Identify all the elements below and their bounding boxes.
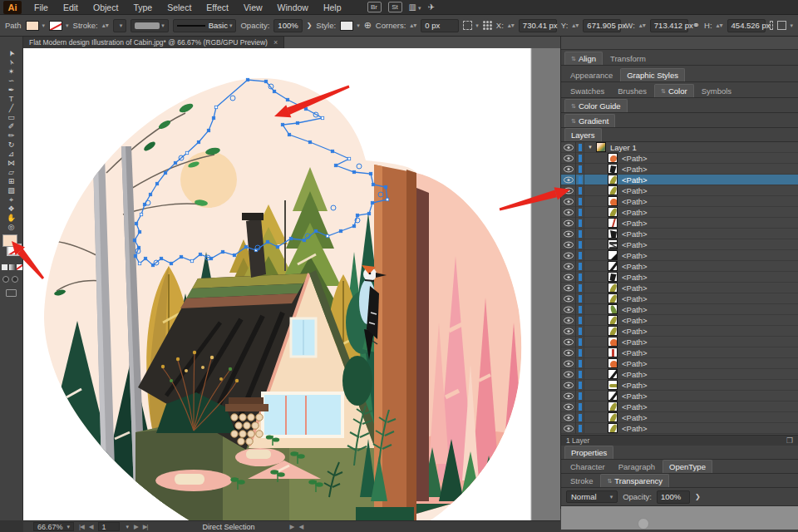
height-input[interactable]: 454.526 px bbox=[727, 19, 766, 32]
path-thumbnail[interactable] bbox=[608, 261, 618, 271]
resize-handle[interactable] bbox=[638, 518, 649, 530]
draw-normal-button[interactable] bbox=[2, 276, 9, 283]
width-profile-select[interactable]: ▾ bbox=[131, 19, 169, 32]
fill-color-swatch[interactable] bbox=[26, 21, 39, 31]
workspace-switcher-icon[interactable]: ▥▾ bbox=[409, 2, 421, 12]
path-label[interactable]: <Path> bbox=[622, 154, 648, 163]
layer-row[interactable]: <Path> bbox=[561, 293, 798, 304]
tool-button[interactable]: ⌖ bbox=[0, 195, 22, 204]
opacity-panel-chevron[interactable]: ❯ bbox=[307, 22, 313, 29]
path-label[interactable]: <Path> bbox=[622, 413, 648, 422]
tool-button[interactable]: ⊞ bbox=[0, 176, 22, 185]
stroke-weight-stepper[interactable]: ▴▾ bbox=[102, 22, 109, 28]
tool-button[interactable]: ➤ bbox=[0, 48, 22, 57]
menu-item[interactable]: File bbox=[27, 1, 56, 14]
tool-button[interactable]: ✋ bbox=[0, 213, 22, 222]
layer-row[interactable]: <Path> bbox=[561, 358, 798, 369]
panel-tab[interactable]: ⇅Color Guide bbox=[564, 99, 628, 112]
y-input[interactable]: 671.905 px bbox=[583, 19, 621, 32]
layer-parent-row[interactable]: ▾ Layer 1 bbox=[561, 142, 798, 153]
corners-stepper[interactable]: ▴▾ bbox=[410, 22, 416, 28]
menu-item[interactable]: Edit bbox=[56, 1, 86, 14]
menu-item[interactable]: Select bbox=[160, 1, 199, 14]
path-label[interactable]: <Path> bbox=[622, 262, 648, 271]
menu-item[interactable]: View bbox=[236, 1, 270, 14]
tool-button[interactable]: ⋈ bbox=[0, 158, 22, 167]
tab-properties[interactable]: Properties bbox=[564, 446, 613, 459]
menu-item[interactable]: Type bbox=[126, 1, 160, 14]
layer-row[interactable]: <Path> bbox=[561, 261, 798, 272]
stroke-weight-select[interactable]: ▾ bbox=[113, 19, 127, 32]
layer-row[interactable]: <Path> bbox=[561, 153, 798, 164]
layer-row[interactable]: <Path> bbox=[561, 239, 798, 250]
layer-row[interactable]: <Path> bbox=[561, 207, 798, 218]
path-label[interactable]: <Path> bbox=[622, 208, 648, 217]
path-label[interactable]: <Path> bbox=[622, 294, 648, 303]
layer-row[interactable]: <Path> bbox=[561, 272, 798, 283]
path-thumbnail[interactable] bbox=[608, 283, 618, 293]
visibility-eye-icon[interactable] bbox=[561, 412, 576, 423]
panel-tab[interactable]: ⇅Swatches bbox=[564, 85, 610, 97]
transparency-chevron[interactable]: ❯ bbox=[695, 493, 701, 500]
tool-button[interactable]: ↻ bbox=[0, 140, 22, 149]
layer-row[interactable]: <Path> bbox=[561, 337, 798, 347]
visibility-eye-icon[interactable] bbox=[561, 380, 576, 391]
layer-row[interactable]: <Path> bbox=[561, 315, 798, 326]
path-thumbnail[interactable] bbox=[608, 185, 618, 195]
visibility-eye-icon[interactable] bbox=[561, 423, 576, 434]
layer-row[interactable]: <Path> bbox=[561, 283, 798, 293]
path-label[interactable]: <Path> bbox=[622, 316, 648, 325]
layer-row[interactable]: <Path> bbox=[561, 412, 798, 423]
path-thumbnail[interactable] bbox=[608, 239, 618, 249]
panel-tab[interactable]: ⇅Transform bbox=[604, 52, 652, 65]
layer-row[interactable]: <Path> bbox=[561, 326, 798, 337]
panel-tab[interactable]: ⇅Transparency bbox=[600, 474, 669, 487]
visibility-eye-icon[interactable] bbox=[561, 239, 576, 250]
opacity-input[interactable]: 100% bbox=[273, 19, 302, 32]
align-options[interactable]: ▾ bbox=[777, 21, 793, 30]
menu-item[interactable]: Help bbox=[316, 1, 349, 14]
menu-item[interactable]: Window bbox=[270, 1, 316, 14]
panel-tab[interactable]: ⇅Gradient bbox=[564, 114, 615, 127]
visibility-eye-icon[interactable] bbox=[561, 175, 576, 185]
zoom-level-select[interactable]: 66.67%▾ bbox=[33, 522, 74, 531]
path-thumbnail[interactable] bbox=[608, 391, 618, 401]
illustrator-logo[interactable]: Ai bbox=[3, 1, 22, 14]
width-input[interactable]: 713.412 px bbox=[650, 19, 688, 32]
tool-button[interactable]: ∽ bbox=[0, 76, 22, 85]
path-label[interactable]: <Path> bbox=[622, 337, 648, 347]
visibility-eye-icon[interactable] bbox=[561, 207, 576, 218]
path-thumbnail[interactable] bbox=[608, 293, 618, 303]
panel-tab[interactable]: ⇅Appearance bbox=[564, 69, 618, 81]
layer-row[interactable]: <Path> bbox=[561, 423, 798, 434]
visibility-eye-icon[interactable] bbox=[561, 153, 576, 164]
none-mode-button[interactable] bbox=[17, 264, 22, 270]
visibility-eye-icon[interactable] bbox=[561, 293, 576, 304]
tab-layers[interactable]: Layers bbox=[564, 128, 602, 141]
stock-button[interactable]: St bbox=[388, 2, 402, 12]
panel-tab[interactable]: OpenType bbox=[663, 460, 712, 473]
path-label[interactable]: <Path> bbox=[622, 359, 648, 368]
constrain-proportions-link-icon[interactable]: ⚭ bbox=[692, 20, 700, 31]
fill-indicator-swatch[interactable] bbox=[2, 234, 17, 247]
h-stepper[interactable]: ▴▾ bbox=[717, 22, 723, 28]
visibility-eye-icon[interactable] bbox=[561, 304, 576, 315]
path-thumbnail[interactable] bbox=[608, 423, 618, 433]
layer-thumbnail[interactable] bbox=[596, 142, 606, 152]
layer-name[interactable]: Layer 1 bbox=[610, 143, 637, 152]
expand-caret-icon[interactable]: ▾ bbox=[584, 144, 596, 150]
path-thumbnail[interactable] bbox=[608, 315, 618, 325]
x-stepper[interactable]: ▴▾ bbox=[508, 22, 515, 28]
w-stepper[interactable]: ▴▾ bbox=[639, 22, 646, 28]
tool-button[interactable]: ➢ bbox=[0, 57, 22, 66]
path-label[interactable]: <Path> bbox=[622, 197, 648, 206]
path-thumbnail[interactable] bbox=[608, 272, 618, 282]
document-tab[interactable]: Flat Modern design Illustration of Cabin… bbox=[23, 37, 284, 48]
visibility-eye-icon[interactable] bbox=[561, 229, 576, 239]
select-similar-control[interactable]: ▾ bbox=[463, 21, 479, 30]
visibility-eye-icon[interactable] bbox=[561, 358, 576, 369]
path-label[interactable]: <Path> bbox=[622, 283, 648, 293]
screen-mode-button[interactable] bbox=[6, 289, 17, 297]
tab-close-icon[interactable]: × bbox=[273, 38, 278, 47]
recolor-artwork-icon[interactable]: ⊕ bbox=[364, 20, 372, 31]
